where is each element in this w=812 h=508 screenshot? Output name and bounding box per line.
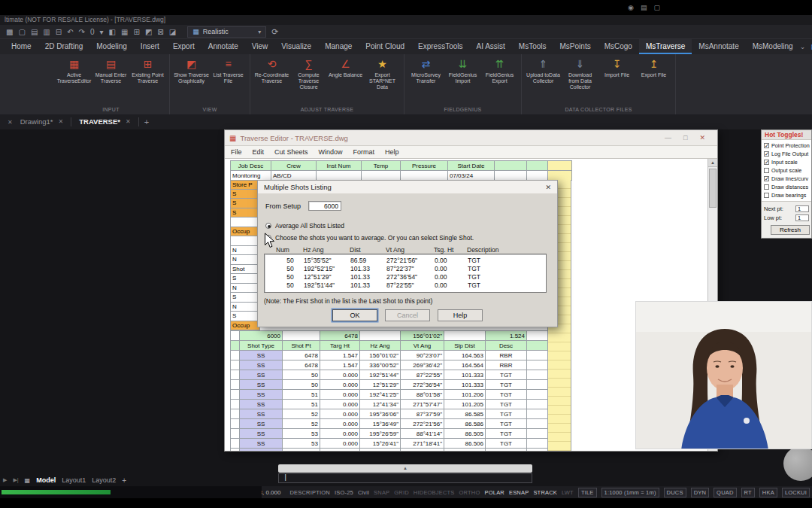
tab-insert[interactable]: Insert xyxy=(134,39,166,54)
checkbox-icon[interactable]: ✓ xyxy=(764,176,769,181)
row-label[interactable]: S xyxy=(230,312,260,321)
tab-ai-assist[interactable]: AI Assist xyxy=(469,39,511,54)
cell[interactable]: SS xyxy=(240,370,283,380)
status-dyn[interactable]: DYN xyxy=(691,488,709,497)
cell[interactable]: 0.000 xyxy=(320,419,360,429)
undo-icon[interactable]: ↶ xyxy=(67,25,73,39)
toggle-draw-distances[interactable]: Draw distances xyxy=(764,183,811,191)
tab-home[interactable]: Home xyxy=(5,39,38,54)
save-icon[interactable]: ▥ xyxy=(43,25,50,39)
cell[interactable]: 272°21'56" xyxy=(401,419,444,429)
menu-file[interactable]: File xyxy=(231,148,242,156)
ok-button[interactable]: OK xyxy=(332,309,377,321)
close-icon[interactable]: ✕ xyxy=(8,119,13,126)
cell[interactable]: 51 xyxy=(283,400,320,409)
checkbox-icon[interactable]: ✓ xyxy=(764,160,769,165)
cell[interactable] xyxy=(527,171,548,181)
toggle-point-protection[interactable]: ✓Point Protection xyxy=(764,141,811,150)
tab-nav-icon[interactable]: ▶ xyxy=(3,477,7,483)
cell[interactable]: 1.547 xyxy=(320,360,360,370)
shade-icon[interactable]: ◩ xyxy=(145,25,152,39)
qat-overflow-icon[interactable]: ▾ xyxy=(100,25,104,39)
row-label[interactable]: Shot xyxy=(230,265,260,275)
cell[interactable]: 101.333 xyxy=(444,380,486,390)
record-icon[interactable]: ◉ xyxy=(628,3,634,12)
cell[interactable]: 86.506 xyxy=(444,439,486,449)
chevron-down-icon[interactable]: ⌄ xyxy=(800,43,806,50)
cell[interactable]: TGT xyxy=(486,370,527,380)
cell[interactable]: 86.586 xyxy=(444,419,486,429)
app-titlebar[interactable]: ltimate (NOT FOR RESALE License) - [TRAV… xyxy=(0,15,812,25)
tab-mstools[interactable]: MsTools xyxy=(512,39,553,54)
row-label[interactable]: N xyxy=(230,284,260,294)
cell[interactable] xyxy=(231,380,240,390)
cell[interactable]: 07/03/24 xyxy=(448,171,495,181)
cell[interactable]: 272°36'54" xyxy=(401,380,444,390)
export-star-net-data-button[interactable]: ★Export STAR*NET Data xyxy=(365,56,400,90)
close-icon[interactable]: ✕ xyxy=(59,114,64,129)
checkbox-icon[interactable] xyxy=(764,168,769,173)
status-lwt[interactable]: LWT xyxy=(562,489,574,496)
tab-nav-end-icon[interactable]: ▶| xyxy=(13,477,18,483)
cell[interactable]: TGT xyxy=(486,449,527,452)
cell[interactable]: 50 xyxy=(283,380,320,390)
checkbox-icon[interactable]: ✓ xyxy=(764,143,769,148)
cell[interactable]: 200°46'40" xyxy=(360,449,401,452)
row-label[interactable]: Occup xyxy=(230,227,260,237)
cell[interactable] xyxy=(360,331,401,341)
command-input[interactable]: | xyxy=(278,473,532,483)
checkbox-icon[interactable] xyxy=(764,184,769,190)
tab-2d-drafting[interactable]: 2D Drafting xyxy=(38,39,90,54)
cell[interactable]: 86.505 xyxy=(444,429,486,439)
cell[interactable]: 101.333 xyxy=(444,370,486,380)
list-row[interactable]: 5012°51'29"101.33272°36'54"0.00TGT xyxy=(277,273,546,281)
fieldgenius-export-button[interactable]: ⇈FieldGenius Export xyxy=(482,56,517,84)
cell[interactable]: 0.000 xyxy=(320,409,360,419)
cell[interactable]: 52 xyxy=(283,419,320,429)
cell[interactable] xyxy=(548,161,572,171)
cell[interactable] xyxy=(283,331,320,341)
cell[interactable]: 195°26'59" xyxy=(360,429,401,439)
help-button[interactable]: Help xyxy=(438,309,483,321)
status-quad[interactable]: QUAD xyxy=(714,488,736,497)
cell[interactable] xyxy=(527,449,548,452)
cell[interactable]: TGT xyxy=(486,439,527,449)
refresh-button[interactable]: Refresh xyxy=(771,225,810,235)
status-description[interactable]: DESCRIPTION xyxy=(289,489,329,496)
print-icon[interactable]: ⊟ xyxy=(56,25,62,39)
status-lockui[interactable]: LOCKUI xyxy=(782,488,810,497)
row-label[interactable]: S xyxy=(230,190,260,199)
cell[interactable]: SS xyxy=(240,360,283,370)
cell[interactable]: 6478 xyxy=(320,331,360,341)
tab-point-cloud[interactable]: Point Cloud xyxy=(359,39,411,54)
close-icon[interactable]: ✕ xyxy=(126,114,131,129)
cell[interactable] xyxy=(527,409,548,419)
cell[interactable]: RBR xyxy=(486,351,527,360)
cell[interactable] xyxy=(527,331,548,341)
cell[interactable]: 15°36'49" xyxy=(360,419,401,429)
cell[interactable] xyxy=(495,171,527,181)
status-ducs[interactable]: DUCS xyxy=(664,488,686,497)
toggle-log-file-output[interactable]: ✓Log File Output xyxy=(764,150,811,158)
cell[interactable]: 52 xyxy=(283,409,320,419)
low-pt-input[interactable]: 1 xyxy=(795,214,809,221)
status-snap[interactable]: SNAP xyxy=(374,489,389,496)
list-row[interactable]: 5015°35'52"86.59272°21'56"0.00TGT xyxy=(277,257,546,265)
cell[interactable] xyxy=(401,171,448,181)
cell[interactable] xyxy=(527,390,548,400)
grid-icon[interactable]: ▦ xyxy=(121,25,128,39)
cell[interactable]: SS xyxy=(240,429,283,439)
cell[interactable] xyxy=(231,400,240,409)
cell[interactable]: 192°51'44" xyxy=(360,370,401,380)
cell[interactable] xyxy=(444,331,486,341)
cell[interactable]: 6478 xyxy=(283,360,320,370)
cell[interactable]: 51 xyxy=(283,390,320,400)
cell[interactable] xyxy=(362,171,401,181)
toggle-draw-lines-curv[interactable]: ✓Draw lines/curv xyxy=(764,175,811,183)
manual-enter-traverse-button[interactable]: ▤Manual Enter Traverse xyxy=(93,56,129,84)
cell[interactable]: TGT xyxy=(486,409,527,419)
cell[interactable]: 88°01'58" xyxy=(401,390,444,400)
status-grid[interactable]: GRID xyxy=(394,489,409,496)
cell[interactable]: TGT xyxy=(486,380,527,390)
cell[interactable]: 53 xyxy=(283,429,320,439)
